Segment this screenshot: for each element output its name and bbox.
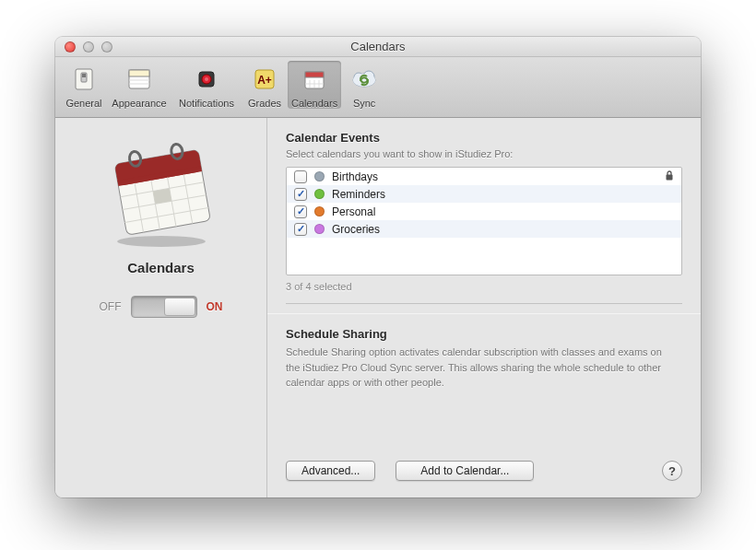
color-dot [314,171,325,181]
calendar-name: Groceries [332,223,674,236]
color-dot [314,189,325,199]
tab-label: General [65,98,101,109]
switch-icon [67,63,100,96]
tab-sync[interactable]: Sync [341,61,387,109]
calendar-row-groceries[interactable]: ✓ Groceries [287,220,681,238]
lock-icon [665,170,674,182]
color-dot [314,206,325,216]
calendar-large-icon [97,131,226,254]
checkbox[interactable]: ✓ [294,223,307,236]
schedule-sharing-section: Schedule Sharing Schedule Sharing option… [267,313,701,497]
svg-text:A+: A+ [257,74,272,87]
appearance-icon [123,63,156,96]
preferences-window: Calendars General Appearance Notificatio… [55,37,701,497]
color-dot [314,224,325,234]
calendars-toggle[interactable] [131,296,197,318]
side-panel: Calendars OFF ON [55,118,267,497]
calendar-events-section: Calendar Events Select calendars you wan… [267,118,701,313]
checkbox[interactable]: ✓ [294,188,307,201]
calendar-row-birthdays[interactable]: Birthdays [287,168,681,185]
svg-point-9 [205,77,208,81]
help-button[interactable]: ? [662,461,682,481]
titlebar: Calendars [55,37,701,57]
add-to-calendar-button[interactable]: Add to Calendar... [396,461,534,481]
svg-rect-36 [667,175,673,181]
toggle-knob [164,298,195,316]
calendar-row-reminders[interactable]: ✓ Reminders [287,185,681,203]
calendar-name: Personal [332,205,674,218]
tab-grades[interactable]: A+ Grades [242,61,288,109]
notifications-icon [190,63,223,96]
tab-calendars[interactable]: Calendars [288,61,341,109]
grades-icon: A+ [248,63,281,96]
section-title: Calendar Events [286,131,682,145]
calendar-icon [298,63,331,96]
toggle-row: OFF ON [100,296,223,318]
tab-label: Notifications [179,98,234,109]
advanced-button[interactable]: Advanced... [286,461,375,481]
tab-label: Grades [248,98,281,109]
tab-general[interactable]: General [61,61,107,109]
tab-appearance[interactable]: Appearance [107,61,171,109]
toggle-off-label: OFF [100,300,122,313]
button-row: Advanced... Add to Calendar... ? [286,461,682,481]
calendar-row-personal[interactable]: ✓ Personal [287,203,681,220]
selection-count: 3 of 4 selected [286,281,682,292]
checkbox[interactable] [294,170,307,183]
window-title: Calendars [55,40,701,53]
side-title: Calendars [127,260,195,275]
calendar-list: Birthdays ✓ Reminders ✓ Personal [286,167,682,275]
section-title: Schedule Sharing [286,327,682,341]
main-panel: Calendar Events Select calendars you wan… [267,118,701,497]
body: Calendars OFF ON Calendar Events Select … [55,118,701,497]
svg-point-35 [117,236,206,247]
tab-label: Appearance [112,98,166,109]
calendar-name: Reminders [332,188,674,201]
svg-rect-13 [305,72,324,77]
tab-notifications[interactable]: Notifications [171,61,242,109]
svg-rect-2 [82,74,86,77]
tab-label: Sync [353,98,375,109]
section-subtitle: Select calendars you want to show in iSt… [286,148,682,159]
divider [286,303,682,304]
toggle-on-label: ON [207,300,223,313]
tab-label: Calendars [291,98,337,109]
checkbox[interactable]: ✓ [294,205,307,218]
toolbar: General Appearance Notifications A+ Grad… [55,57,701,118]
section-description: Schedule Sharing option activates calend… [286,345,673,391]
cloud-sync-icon [348,63,381,96]
svg-rect-4 [129,70,149,76]
calendar-name: Birthdays [332,170,665,183]
